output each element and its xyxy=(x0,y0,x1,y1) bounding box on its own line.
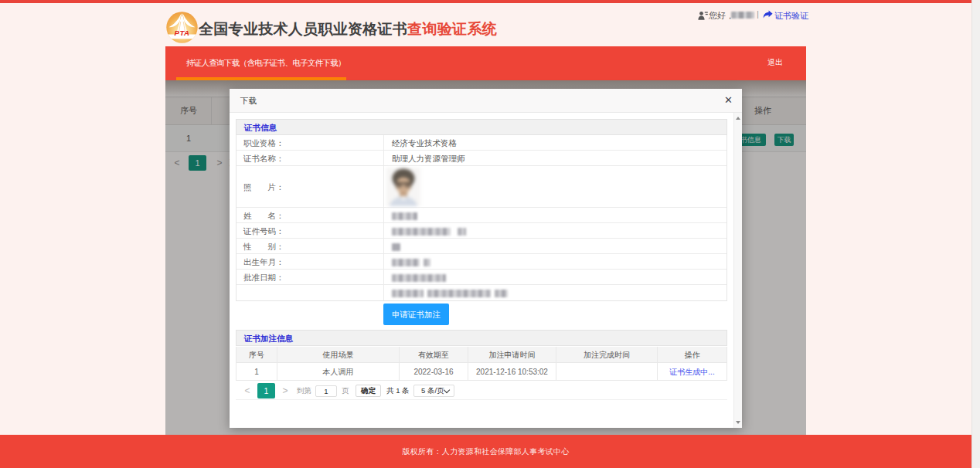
svg-text:PTA: PTA xyxy=(175,29,190,37)
